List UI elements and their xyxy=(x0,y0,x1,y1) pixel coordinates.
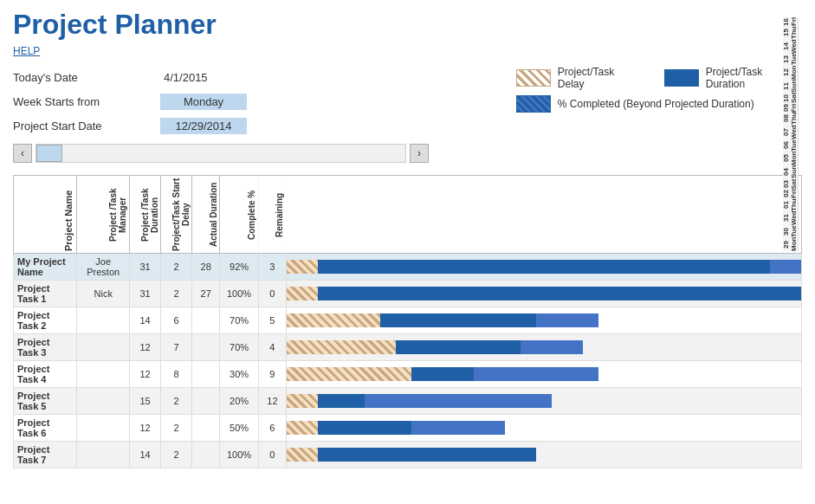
scroll-thumb xyxy=(36,145,62,162)
legend-row-beyond: % Completed (Beyond Projected Duration) xyxy=(516,95,802,113)
cell-remaining: 0 xyxy=(258,281,286,307)
cell-gantt xyxy=(286,254,801,281)
cell-actual xyxy=(192,361,220,388)
cell-project-name: Project Task 4 xyxy=(14,361,77,388)
cell-gantt xyxy=(286,388,801,415)
cell-manager xyxy=(77,361,130,388)
cell-gantt xyxy=(286,281,801,307)
table-row: My Project NameJoe Preston3122892%3 xyxy=(14,254,802,281)
legend-section: Project/Task Delay Project/Task Duration… xyxy=(516,66,802,113)
th-duration: Project /Task Duration xyxy=(130,176,161,254)
cell-complete: 20% xyxy=(220,388,259,415)
cell-delay: 8 xyxy=(161,361,192,388)
cell-remaining: 4 xyxy=(258,334,286,361)
th-delay: Project/Task Start Delay xyxy=(161,176,192,254)
cell-manager xyxy=(77,334,130,361)
cell-actual xyxy=(192,307,220,334)
table-header-row: Project Name Project /TaskManager Projec… xyxy=(14,176,802,254)
start-value[interactable]: 12/29/2014 xyxy=(160,118,247,134)
cell-complete: 92% xyxy=(220,254,259,281)
cell-duration: 15 xyxy=(130,388,161,415)
th-chart: Dec 2014 Jan 2015 29Mon 30Tue 31Wed 01Th… xyxy=(286,176,801,254)
week-value[interactable]: Monday xyxy=(160,94,247,110)
cell-actual xyxy=(192,334,220,361)
page-title: Project Planner xyxy=(13,9,802,41)
cell-duration: 31 xyxy=(130,281,161,307)
cell-manager xyxy=(77,307,130,334)
cell-manager xyxy=(77,388,130,415)
cell-delay: 2 xyxy=(161,281,192,307)
cell-duration: 12 xyxy=(130,415,161,442)
cell-remaining: 3 xyxy=(258,254,286,281)
scroll-left-btn[interactable]: ‹ xyxy=(13,144,32,163)
cell-delay: 2 xyxy=(161,388,192,415)
week-row: Week Starts from Monday xyxy=(13,90,508,113)
cell-project-name: Project Task 6 xyxy=(14,415,77,442)
table-row: Project Task 214670%5 xyxy=(14,307,802,334)
table-row: Project Task 412830%9 xyxy=(14,361,802,388)
cell-project-name: My Project Name xyxy=(14,254,77,281)
cell-complete: 100% xyxy=(220,281,259,307)
cell-project-name: Project Task 2 xyxy=(14,307,77,334)
cell-complete: 100% xyxy=(220,442,259,468)
scroll-right-btn[interactable]: › xyxy=(410,144,429,163)
cell-project-name: Project Task 3 xyxy=(14,334,77,361)
cell-complete: 30% xyxy=(220,361,259,388)
cell-project-name: Project Task 7 xyxy=(14,442,77,468)
scroll-track[interactable] xyxy=(36,144,406,163)
cell-actual xyxy=(192,388,220,415)
today-value: 4/1/2015 xyxy=(160,69,211,86)
legend-beyond-icon xyxy=(516,95,551,113)
today-row: Today's Date 4/1/2015 xyxy=(13,66,508,88)
table-row: Project Task 1Nick31227100%0 xyxy=(14,281,802,307)
table-row: Project Task 612250%6 xyxy=(14,415,802,442)
cell-delay: 2 xyxy=(161,254,192,281)
cell-manager xyxy=(77,415,130,442)
cell-gantt xyxy=(286,361,801,388)
week-label: Week Starts from xyxy=(13,95,160,108)
table-row: Project Task 515220%12 xyxy=(14,388,802,415)
cell-delay: 2 xyxy=(161,415,192,442)
cell-gantt xyxy=(286,307,801,334)
cell-gantt xyxy=(286,334,801,361)
th-remaining: Remaining xyxy=(258,176,286,254)
legend-dur-icon xyxy=(664,69,699,87)
cell-delay: 6 xyxy=(161,307,192,334)
table-row: Project Task 312770%4 xyxy=(14,334,802,361)
th-manager: Project /TaskManager xyxy=(77,176,130,254)
cell-duration: 31 xyxy=(130,254,161,281)
cell-actual: 27 xyxy=(192,281,220,307)
th-project-name: Project Name xyxy=(14,176,77,254)
cell-project-name: Project Task 1 xyxy=(14,281,77,307)
help-link[interactable]: HELP xyxy=(13,45,40,57)
cell-remaining: 6 xyxy=(258,415,286,442)
legend-beyond-label: % Completed (Beyond Projected Duration) xyxy=(558,98,754,110)
today-label: Today's Date xyxy=(13,71,160,84)
cell-duration: 12 xyxy=(130,334,161,361)
cell-delay: 7 xyxy=(161,334,192,361)
table-row: Project Task 7142100%0 xyxy=(14,442,802,468)
cell-remaining: 12 xyxy=(258,388,286,415)
cell-manager: Nick xyxy=(77,281,130,307)
cell-actual: 28 xyxy=(192,254,220,281)
legend-delay-icon xyxy=(516,69,551,87)
cell-actual xyxy=(192,415,220,442)
cell-remaining: 5 xyxy=(258,307,286,334)
th-actual: Actual Duration xyxy=(192,176,220,254)
info-left: Today's Date 4/1/2015 Week Starts from M… xyxy=(13,66,508,170)
cell-gantt xyxy=(286,415,801,442)
cell-manager xyxy=(77,442,130,468)
main-table: Project Name Project /TaskManager Projec… xyxy=(13,175,802,468)
cell-duration: 14 xyxy=(130,442,161,468)
cell-actual xyxy=(192,442,220,468)
legend-delay-label: Project/Task Delay xyxy=(558,66,642,90)
cell-complete: 70% xyxy=(220,307,259,334)
scrollbar: ‹ › xyxy=(13,144,429,163)
cell-project-name: Project Task 5 xyxy=(14,388,77,415)
cell-remaining: 0 xyxy=(258,442,286,468)
cell-duration: 12 xyxy=(130,361,161,388)
cell-remaining: 9 xyxy=(258,361,286,388)
cell-complete: 70% xyxy=(220,334,259,361)
info-section: Today's Date 4/1/2015 Week Starts from M… xyxy=(13,66,802,170)
start-label: Project Start Date xyxy=(13,120,160,132)
